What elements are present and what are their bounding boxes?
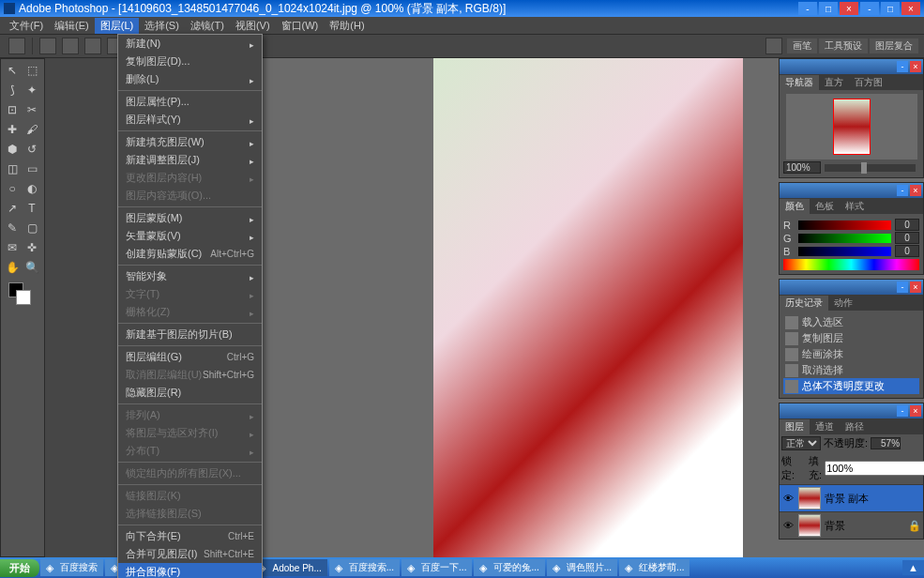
- navigator-thumb[interactable]: [786, 94, 917, 160]
- menu-select[interactable]: 选择(S): [139, 18, 185, 34]
- option-tab-preset[interactable]: 工具预设: [819, 38, 868, 53]
- menu-edit[interactable]: 编辑(E): [49, 18, 95, 34]
- history-item[interactable]: 取消选择: [783, 362, 919, 378]
- panel-min-icon[interactable]: -: [897, 281, 908, 293]
- r-slider[interactable]: [798, 221, 891, 230]
- app-maximize-button[interactable]: □: [881, 2, 900, 15]
- color-tab[interactable]: 颜色: [780, 199, 810, 214]
- start-button[interactable]: 开始: [0, 559, 39, 577]
- menu-layer[interactable]: 图层(L): [95, 18, 139, 34]
- r-input[interactable]: [895, 219, 919, 231]
- layer-row[interactable]: 👁背景🔒: [780, 511, 923, 539]
- panel-min-icon[interactable]: -: [897, 185, 908, 196]
- actions-tab[interactable]: 动作: [828, 296, 858, 311]
- dodge-tool-icon[interactable]: ◐: [23, 179, 41, 198]
- history-item[interactable]: 绘画涂抹: [783, 346, 919, 362]
- panel-close-icon[interactable]: ×: [910, 185, 921, 196]
- doc-close-button[interactable]: ×: [840, 2, 858, 15]
- menu-item[interactable]: 新建填充图层(W): [118, 133, 262, 151]
- color-swatches[interactable]: [3, 282, 42, 311]
- zoom-input[interactable]: [783, 161, 821, 174]
- wand-tool-icon[interactable]: ✦: [23, 81, 41, 99]
- background-swatch[interactable]: [16, 290, 31, 305]
- taskbar-item[interactable]: ◈可爱的兔...: [474, 559, 544, 576]
- palette-toggle-icon[interactable]: [765, 38, 782, 54]
- lasso-tool-icon[interactable]: ⟆: [3, 81, 22, 99]
- taskbar-item[interactable]: ◈百度搜索...: [329, 559, 400, 576]
- layer-row[interactable]: 👁背景 副本: [780, 484, 923, 511]
- gradient-tool-icon[interactable]: ▭: [23, 160, 41, 178]
- menu-item[interactable]: 矢量蒙版(V): [118, 227, 262, 245]
- selection-sub-icon[interactable]: [84, 38, 101, 54]
- menu-item[interactable]: 智能对象: [118, 267, 262, 285]
- menu-filter[interactable]: 滤镜(T): [185, 18, 230, 34]
- eyedropper-tool-icon[interactable]: ✜: [23, 238, 41, 257]
- doc-minimize-button[interactable]: -: [798, 2, 817, 15]
- type-tool-icon[interactable]: T: [23, 199, 41, 218]
- history-tab[interactable]: 历史记录: [780, 296, 828, 311]
- g-input[interactable]: [895, 232, 919, 244]
- history-brush-tool-icon[interactable]: ↺: [23, 140, 41, 159]
- info-tab[interactable]: 百方图: [849, 75, 888, 90]
- blend-mode-select[interactable]: 正常: [781, 436, 821, 450]
- menu-item[interactable]: 图层属性(P)...: [118, 93, 262, 111]
- eye-icon[interactable]: 👁: [781, 519, 795, 532]
- g-slider[interactable]: [798, 234, 891, 243]
- layers-tab[interactable]: 图层: [780, 419, 810, 434]
- menu-help[interactable]: 帮助(H): [324, 18, 370, 34]
- menu-item[interactable]: 图层蒙版(M): [118, 209, 262, 227]
- app-minimize-button[interactable]: -: [860, 2, 879, 15]
- menu-item[interactable]: 删除(L): [118, 70, 262, 88]
- history-item[interactable]: 总体不透明度更改: [783, 378, 919, 394]
- menu-item[interactable]: 图层编组(G)Ctrl+G: [118, 348, 262, 366]
- spectrum-bar[interactable]: [783, 259, 919, 270]
- option-tab-brush[interactable]: 画笔: [787, 38, 817, 53]
- menu-item[interactable]: 复制图层(D)...: [118, 53, 262, 70]
- fill-input[interactable]: [825, 461, 924, 476]
- zoom-tool-icon[interactable]: 🔍: [23, 258, 41, 277]
- taskbar-item[interactable]: ◈百度搜索: [40, 559, 103, 576]
- panel-min-icon[interactable]: -: [897, 61, 908, 72]
- notes-tool-icon[interactable]: ✉: [3, 238, 22, 257]
- panel-close-icon[interactable]: ×: [910, 405, 921, 417]
- hand-tool-icon[interactable]: ✋: [3, 258, 22, 277]
- shape-tool-icon[interactable]: ▢: [23, 219, 41, 237]
- option-tab-layercomp[interactable]: 图层复合: [870, 38, 918, 53]
- system-tray[interactable]: ▲: [902, 560, 924, 575]
- canvas-image[interactable]: [433, 58, 743, 557]
- taskbar-item[interactable]: ◈红楼梦萌...: [619, 559, 689, 576]
- zoom-slider[interactable]: [825, 164, 916, 172]
- menu-item[interactable]: 隐藏图层(R): [118, 384, 262, 402]
- panel-close-icon[interactable]: ×: [910, 61, 921, 72]
- b-input[interactable]: [895, 245, 919, 257]
- menu-item[interactable]: 创建剪贴蒙版(C)Alt+Ctrl+G: [118, 245, 262, 263]
- styles-tab[interactable]: 样式: [840, 199, 870, 214]
- selection-new-icon[interactable]: [39, 38, 56, 54]
- menu-item[interactable]: 合并可见图层(I)Shift+Ctrl+E: [118, 545, 262, 563]
- heal-tool-icon[interactable]: ✚: [3, 120, 22, 139]
- history-item[interactable]: 复制图层: [783, 330, 919, 346]
- histogram-tab[interactable]: 直方: [819, 75, 849, 90]
- menu-view[interactable]: 视图(V): [230, 18, 276, 34]
- brush-tool-icon[interactable]: 🖌: [23, 120, 41, 139]
- path-tool-icon[interactable]: ↗: [3, 199, 22, 218]
- menu-item[interactable]: 拼合图像(F): [118, 563, 262, 578]
- menu-item[interactable]: 图层样式(Y): [118, 111, 262, 129]
- menu-item[interactable]: 新建(N): [118, 35, 262, 53]
- selection-add-icon[interactable]: [62, 38, 79, 54]
- taskbar-item[interactable]: ◈调色照片...: [547, 559, 617, 576]
- menu-item[interactable]: 新建基于图层的切片(B): [118, 326, 262, 343]
- stamp-tool-icon[interactable]: ⬢: [3, 140, 22, 159]
- menu-item[interactable]: 向下合并(E)Ctrl+E: [118, 527, 262, 545]
- blur-tool-icon[interactable]: ○: [3, 179, 22, 198]
- panel-min-icon[interactable]: -: [897, 405, 908, 417]
- eraser-tool-icon[interactable]: ◫: [3, 160, 22, 178]
- taskbar-item[interactable]: ◈Adobe Ph...: [252, 559, 326, 576]
- pen-tool-icon[interactable]: ✎: [3, 219, 22, 237]
- tray-icon[interactable]: ▲: [908, 562, 918, 573]
- menu-file[interactable]: 文件(F): [4, 18, 49, 34]
- paths-tab[interactable]: 路径: [840, 419, 870, 434]
- eye-icon[interactable]: 👁: [781, 492, 795, 505]
- channels-tab[interactable]: 通道: [810, 419, 840, 434]
- navigator-tab[interactable]: 导航器: [780, 75, 819, 90]
